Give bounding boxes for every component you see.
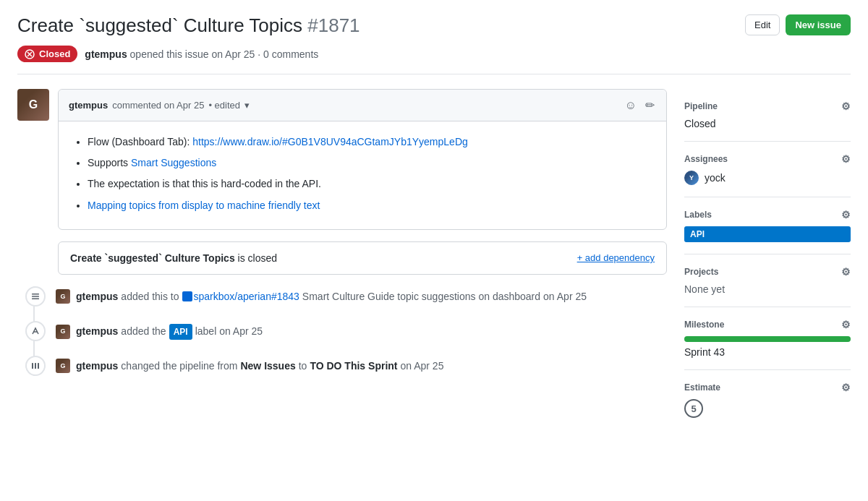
sidebar-estimate-title: Estimate ⚙ bbox=[684, 382, 851, 393]
sidebar-estimate: Estimate ⚙ 5 bbox=[684, 370, 851, 429]
timeline-date-1: on Apr 25 bbox=[543, 289, 587, 304]
timeline-label-action: label on Apr 25 bbox=[195, 324, 263, 339]
timeline-author-2: gtempus bbox=[76, 324, 118, 339]
timeline-author-3: gtempus bbox=[76, 359, 118, 374]
timeline-avatar-2: G bbox=[56, 325, 70, 339]
sidebar-assignees-title: Assignees ⚙ bbox=[684, 153, 851, 165]
timeline-item-1: G gtempus added this to sparkbox/aperian… bbox=[43, 286, 667, 307]
timeline-date-3: on Apr 25 bbox=[400, 359, 443, 374]
sidebar-projects-title: Projects ⚙ bbox=[684, 266, 851, 278]
pipeline-gear-icon[interactable]: ⚙ bbox=[841, 100, 851, 112]
labels-gear-icon[interactable]: ⚙ bbox=[841, 209, 851, 220]
milestone-gear-icon[interactable]: ⚙ bbox=[841, 319, 851, 330]
status-badge-text: Closed bbox=[39, 48, 70, 59]
estimate-gear-icon[interactable]: ⚙ bbox=[841, 382, 851, 393]
project-link[interactable]: sparkbox/aperian#1843 bbox=[194, 289, 299, 304]
issue-body: G gtempus commented on Apr 25 • edited ▾ bbox=[17, 89, 851, 429]
timeline-item-3: G gtempus changed the pipeline from New … bbox=[43, 356, 667, 376]
issue-meta-text: gtempus opened this issue on Apr 25 · 0 … bbox=[85, 48, 318, 60]
edit-button[interactable]: Edit bbox=[745, 14, 780, 35]
comment-header-left: gtempus commented on Apr 25 • edited ▾ bbox=[69, 100, 250, 111]
sidebar-projects-value: None yet bbox=[684, 283, 851, 295]
mapping-link[interactable]: Mapping topics from display to machine f… bbox=[88, 200, 320, 211]
bullet-1: Flow (Dashboard Tab): https://www.draw.i… bbox=[88, 133, 655, 151]
sidebar-pipeline: Pipeline ⚙ Closed bbox=[684, 89, 851, 142]
sidebar-milestone: Milestone ⚙ Sprint 43 bbox=[684, 307, 851, 370]
smart-suggestions-link[interactable]: Smart Suggestions bbox=[131, 157, 216, 168]
svg-rect-8 bbox=[38, 363, 39, 369]
api-label: API bbox=[684, 226, 851, 242]
api-label-badge: API bbox=[169, 324, 192, 340]
project-ref: sparkbox/aperian#1843 bbox=[182, 289, 299, 304]
comment-list: Flow (Dashboard Tab): https://www.draw.i… bbox=[70, 133, 655, 215]
sidebar-milestone-value: Sprint 43 bbox=[684, 346, 851, 358]
timeline-action-2: added the bbox=[121, 324, 166, 339]
timeline-suffix-1: Smart Culture Guide topic suggestions on… bbox=[302, 289, 540, 304]
new-issue-button[interactable]: New issue bbox=[786, 14, 851, 35]
timeline-content-3: G gtempus changed the pipeline from New … bbox=[56, 356, 443, 374]
issue-meta: Closed gtempus opened this issue on Apr … bbox=[17, 46, 851, 74]
svg-rect-5 bbox=[32, 298, 39, 299]
bullet-2-text: Supports bbox=[88, 157, 131, 168]
avatar-wrap: G bbox=[17, 89, 49, 121]
timeline-to: to bbox=[299, 359, 307, 374]
timeline-icon-2 bbox=[25, 321, 46, 341]
add-dependency-link[interactable]: + add dependency bbox=[577, 252, 655, 263]
pipeline-to: TO DO This Sprint bbox=[310, 359, 397, 374]
issue-header: Create `suggested` Culture Topics #1871 … bbox=[17, 14, 851, 37]
timeline-icon-1 bbox=[25, 286, 46, 307]
closed-icon bbox=[25, 49, 35, 59]
sidebar-assignees: Assignees ⚙ Y yock bbox=[684, 142, 851, 197]
closed-notice-suffix: is closed bbox=[238, 252, 277, 264]
closed-notice-text: Create `suggested` Culture Topics is clo… bbox=[70, 252, 277, 264]
closed-notice-title: Create `suggested` Culture Topics bbox=[70, 252, 235, 264]
avatar: G bbox=[17, 89, 49, 121]
comment-header: gtempus commented on Apr 25 • edited ▾ ☺… bbox=[59, 90, 666, 121]
status-badge: Closed bbox=[17, 46, 77, 62]
comment-section: G gtempus commented on Apr 25 • edited ▾ bbox=[17, 89, 667, 241]
timeline: G gtempus added this to sparkbox/aperian… bbox=[33, 286, 667, 376]
sidebar-projects: Projects ⚙ None yet bbox=[684, 254, 851, 307]
issue-number: #1871 bbox=[307, 14, 359, 36]
assignee-row: Y yock bbox=[684, 171, 851, 185]
svg-rect-4 bbox=[32, 296, 39, 297]
timeline-action-1: added this to bbox=[121, 289, 179, 304]
comment-edited: • edited bbox=[208, 100, 240, 111]
milestone-progress bbox=[684, 336, 851, 342]
sidebar-milestone-title: Milestone ⚙ bbox=[684, 319, 851, 330]
edit-comment-button[interactable]: ✏ bbox=[644, 97, 656, 114]
assignees-gear-icon[interactable]: ⚙ bbox=[841, 153, 851, 165]
comment-date: commented on Apr 25 bbox=[112, 100, 204, 111]
flow-link[interactable]: https://www.draw.io/#G0B1V8UV94aCGtamJYb… bbox=[192, 136, 468, 147]
assignee-avatar: Y bbox=[684, 171, 699, 185]
timeline-item-2: G gtempus added the API label on Apr 25 bbox=[43, 321, 667, 341]
timeline-icon-3 bbox=[25, 356, 46, 376]
sidebar-labels: Labels ⚙ API bbox=[684, 197, 851, 254]
comment-author: gtempus bbox=[69, 100, 108, 111]
projects-gear-icon[interactable]: ⚙ bbox=[841, 266, 851, 278]
timeline-avatar-3: G bbox=[56, 359, 70, 373]
sidebar-pipeline-title: Pipeline ⚙ bbox=[684, 100, 851, 112]
bullet-4: Mapping topics from display to machine f… bbox=[88, 197, 655, 215]
sidebar-pipeline-value: Closed bbox=[684, 118, 851, 129]
main-content: G gtempus commented on Apr 25 • edited ▾ bbox=[17, 89, 667, 429]
timeline-avatar-1: G bbox=[56, 289, 70, 304]
timeline-author-1: gtempus bbox=[76, 289, 118, 304]
svg-rect-6 bbox=[32, 363, 33, 369]
assignee-name: yock bbox=[705, 172, 726, 184]
comment-box: gtempus commented on Apr 25 • edited ▾ ☺… bbox=[58, 89, 667, 230]
pipeline-from: New Issues bbox=[240, 359, 295, 374]
comment-container: gtempus commented on Apr 25 • edited ▾ ☺… bbox=[58, 89, 667, 241]
svg-rect-3 bbox=[32, 294, 39, 295]
bullet-1-text: Flow (Dashboard Tab): bbox=[88, 136, 192, 147]
sidebar: Pipeline ⚙ Closed Assignees ⚙ Y yock Lab… bbox=[684, 89, 851, 429]
comment-header-right: ☺ ✏ bbox=[624, 97, 656, 114]
project-icon bbox=[182, 291, 192, 301]
chevron-down-icon[interactable]: ▾ bbox=[244, 100, 250, 111]
bullet-3: The expectation is that this is hard-cod… bbox=[88, 175, 655, 193]
closed-notice: Create `suggested` Culture Topics is clo… bbox=[58, 241, 667, 275]
header-buttons: Edit New issue bbox=[745, 14, 851, 35]
timeline-content-2: G gtempus added the API label on Apr 25 bbox=[56, 321, 263, 340]
emoji-button[interactable]: ☺ bbox=[624, 98, 638, 114]
timeline-action-3: changed the pipeline from bbox=[121, 359, 237, 374]
